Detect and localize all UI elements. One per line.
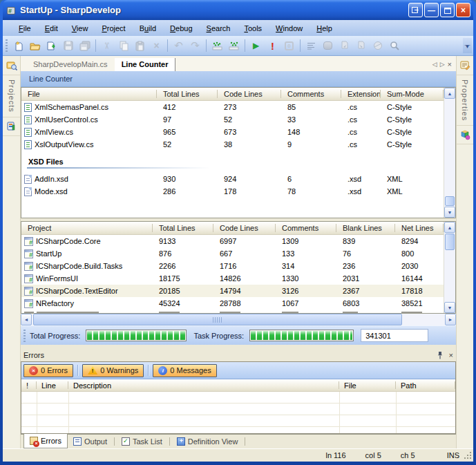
- scrollbar-thumb[interactable]: [33, 314, 402, 325]
- scroll-up-icon[interactable]: ▲: [444, 222, 455, 233]
- open-file-icon[interactable]: [44, 38, 59, 53]
- table-row[interactable]: NRefactory 45324 28788 1067 6803 38521: [21, 297, 444, 310]
- column-header-severity[interactable]: !: [21, 379, 37, 391]
- column-header-description[interactable]: Description: [68, 379, 339, 391]
- column-header-total-lines[interactable]: Total Lines: [157, 88, 218, 100]
- column-header-comments[interactable]: Comments: [281, 88, 341, 100]
- column-header-total-lines[interactable]: Total Lines: [153, 222, 213, 234]
- sidebar-item-properties[interactable]: [457, 56, 473, 75]
- resize-grip[interactable]: [464, 451, 472, 459]
- browse-disabled-icon[interactable]: [370, 38, 385, 53]
- column-header-project[interactable]: Project: [21, 222, 153, 234]
- scroll-down-icon[interactable]: ▼: [444, 207, 455, 218]
- redo-icon[interactable]: ↷: [187, 38, 203, 53]
- column-header-net-lines[interactable]: Net Lines: [395, 222, 444, 234]
- table-row[interactable]: ICSharpCode.Core 9133 6997 1309 839 8294: [21, 235, 444, 247]
- toolbar-grip[interactable]: [6, 39, 8, 52]
- pin-icon[interactable]: [437, 351, 444, 359]
- scroll-down-icon[interactable]: ▼: [444, 302, 455, 313]
- scrollbar-thumb[interactable]: [445, 234, 455, 250]
- table-row[interactable]: StartUp 876 667 133 76 800: [21, 247, 444, 260]
- close-pad-icon[interactable]: ×: [449, 351, 453, 359]
- table-row[interactable]: AddIn.xsd 930 924 6 .xsd XML: [21, 173, 444, 185]
- column-header-file[interactable]: File: [21, 88, 157, 100]
- maximize-button[interactable]: [440, 3, 455, 17]
- column-header-sum-mode[interactable]: Sum-Mode: [381, 88, 444, 100]
- convert-back-icon[interactable]: [353, 38, 369, 53]
- tab-task-list[interactable]: Task List: [116, 435, 168, 448]
- column-header-comments[interactable]: Comments: [276, 222, 336, 234]
- menu-item-tools[interactable]: Tools: [238, 22, 268, 35]
- projects-vertical-scrollbar[interactable]: ▲ ▼: [444, 222, 455, 313]
- tab-errors[interactable]: Errors: [23, 434, 68, 448]
- column-header-line[interactable]: Line: [37, 379, 68, 391]
- menu-item-window[interactable]: Window: [269, 22, 309, 35]
- new-file-icon[interactable]: [10, 38, 26, 53]
- sort-lines-icon[interactable]: [303, 38, 319, 53]
- undo-icon[interactable]: ↶: [171, 38, 187, 53]
- menu-item-file[interactable]: File: [12, 22, 37, 35]
- sidebar-item-classes[interactable]: [3, 117, 20, 136]
- menu-item-debug[interactable]: Debug: [164, 22, 198, 35]
- column-header-code-lines[interactable]: Code Lines: [213, 222, 276, 234]
- menu-item-search[interactable]: Search: [200, 22, 237, 35]
- column-header-path[interactable]: Path: [396, 379, 455, 391]
- table-row[interactable]: Mode.xsd 286 178 78 .xsd XML: [21, 185, 444, 198]
- column-header-code-lines[interactable]: Code Lines: [218, 88, 281, 100]
- menu-item-view[interactable]: View: [66, 22, 95, 35]
- tab-definition-view[interactable]: Definition View: [171, 435, 244, 448]
- stop-icon[interactable]: 0: [281, 38, 297, 53]
- tab-scroll-right-icon[interactable]: ▷: [440, 61, 445, 68]
- table-row-selected[interactable]: ICSharpCode.TextEditor 20185 14794 3126 …: [21, 285, 444, 297]
- sidebar-label-properties[interactable]: Properties: [461, 75, 469, 125]
- scroll-right-icon[interactable]: ►: [445, 314, 456, 325]
- scroll-left-icon[interactable]: ◄: [21, 314, 32, 325]
- uncomment-region-icon[interactable]: [226, 38, 242, 53]
- menu-item-edit[interactable]: Edit: [39, 22, 64, 35]
- convert-forward-icon[interactable]: [336, 38, 352, 53]
- table-row[interactable]: ICSharpCode.Build.Tasks 2266 1716 314 23…: [21, 260, 444, 272]
- column-header-blank-lines[interactable]: Blank Lines: [336, 222, 395, 234]
- menu-item-build[interactable]: Build: [133, 22, 162, 35]
- sidebar-label-projects[interactable]: Projects: [8, 75, 16, 117]
- messages-filter-button[interactable]: i 0 Messages: [153, 364, 216, 377]
- files-vertical-scrollbar[interactable]: ▲ ▼: [444, 88, 455, 218]
- scroll-up-icon[interactable]: ▲: [444, 88, 455, 99]
- comment-region-icon[interactable]: [209, 38, 225, 53]
- sidebar-item-tools[interactable]: [457, 125, 473, 144]
- rounded-tool-icon[interactable]: [320, 38, 336, 53]
- warnings-filter-button[interactable]: ! 0 Warnings: [82, 364, 144, 377]
- menu-item-help[interactable]: Help: [310, 22, 339, 35]
- search-icon[interactable]: [386, 38, 402, 53]
- toolbar-overflow-icon[interactable]: —▼: [463, 38, 472, 53]
- abort-icon[interactable]: !: [265, 38, 280, 53]
- table-row[interactable]: XmlView.cs 965 673 148 .cs C-Style: [21, 126, 444, 138]
- dock-button[interactable]: [408, 3, 423, 17]
- delete-icon[interactable]: ×: [149, 38, 164, 53]
- save-all-icon[interactable]: [77, 38, 93, 53]
- table-row[interactable]: XslOutputView.cs 52 38 9 .cs C-Style: [21, 138, 444, 151]
- horizontal-scrollbar[interactable]: ◄ ►: [21, 314, 456, 325]
- copy-icon[interactable]: [115, 38, 131, 53]
- paste-icon[interactable]: [132, 38, 148, 53]
- open-folder-icon[interactable]: [27, 38, 43, 53]
- column-header-extension[interactable]: Extension: [341, 88, 381, 100]
- tab-line-counter[interactable]: Line Counter: [115, 58, 176, 71]
- save-icon[interactable]: [60, 38, 76, 53]
- table-row[interactable]: XmlUserControl.cs 97 52 33 .cs C-Style: [21, 113, 444, 126]
- tab-sharpdevelopmain[interactable]: SharpDevelopMain.cs: [26, 58, 115, 71]
- column-header-file[interactable]: File: [339, 379, 396, 391]
- table-row[interactable]: XmlSchemasPanel.cs 412 273 85 .cs C-Styl…: [21, 101, 444, 113]
- minimize-button[interactable]: —: [424, 3, 439, 17]
- tab-close-icon[interactable]: ×: [448, 60, 452, 68]
- errors-list-empty[interactable]: [21, 392, 455, 433]
- errors-filter-button[interactable]: × 0 Errors: [23, 364, 73, 377]
- menu-item-project[interactable]: Project: [95, 22, 131, 35]
- scrollbar-thumb[interactable]: [445, 196, 455, 206]
- run-icon[interactable]: ▶: [248, 38, 264, 53]
- strip-grip[interactable]: [23, 330, 26, 342]
- close-button[interactable]: ×: [456, 3, 470, 17]
- tab-output[interactable]: Output: [68, 435, 113, 448]
- tab-scroll-left-icon[interactable]: ◁: [432, 61, 437, 68]
- sidebar-item-projects[interactable]: [3, 56, 20, 75]
